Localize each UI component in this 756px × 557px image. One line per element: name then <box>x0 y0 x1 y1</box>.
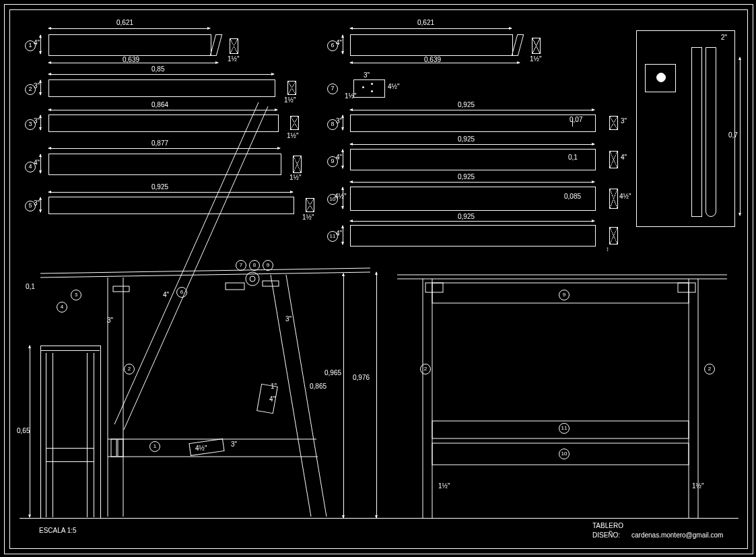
front-brace-w1: 3" <box>285 315 291 323</box>
svg-rect-28 <box>425 283 443 292</box>
detail-dim-h <box>740 57 741 216</box>
front-brace-h: 4½" <box>195 445 207 452</box>
part-10-section <box>609 189 618 209</box>
part-1-sec: 1½" <box>228 55 239 63</box>
front-dim3: 0,976 <box>353 374 370 381</box>
part-10-len: 0,925 <box>458 173 475 181</box>
detail-inner-1 <box>691 47 702 217</box>
front-co-9: 9 <box>263 260 273 271</box>
front-co-4: 4 <box>57 302 67 313</box>
side-elev-top <box>40 350 100 351</box>
elev-co-11: 11 <box>559 423 570 434</box>
side-elev-leg-l2 <box>53 353 53 517</box>
ground-line <box>20 518 738 519</box>
title-name: TABLERO <box>592 522 623 529</box>
svg-rect-12 <box>263 281 279 286</box>
part-6-len: 0,621 <box>417 19 434 26</box>
elev-co-10: 10 <box>559 449 570 459</box>
front-dim-965 <box>343 273 344 518</box>
front-dim2: 0,865 <box>310 383 327 390</box>
part-1-extra: 0,639 <box>123 56 139 63</box>
part8-notch <box>572 119 573 127</box>
svg-rect-10 <box>113 286 129 292</box>
part-2-len: 0,85 <box>151 65 164 73</box>
part-1-rect <box>48 34 211 56</box>
detail-box <box>636 30 735 227</box>
elev-co-9: 9 <box>559 290 570 300</box>
part-1-dim-h <box>40 35 41 54</box>
part-11-len: 0,925 <box>458 213 475 220</box>
side-elev-rail <box>46 448 94 449</box>
detail-h: 0,7 <box>728 131 738 139</box>
side-elev-outer <box>40 346 101 519</box>
part-6-dim-h <box>343 35 343 54</box>
svg-line-5 <box>286 275 327 517</box>
detail-cross <box>656 73 666 82</box>
part-6-section <box>532 38 541 54</box>
part-1-len: 0,621 <box>116 19 133 26</box>
side-elev-leg-l <box>46 353 46 517</box>
part-8-gap: 0,07 <box>570 116 582 123</box>
part-1-section <box>230 38 238 54</box>
svg-line-4 <box>271 275 311 517</box>
part-6-rect <box>350 34 513 56</box>
part-11-section <box>609 227 618 244</box>
part-6-dim-top <box>350 28 512 29</box>
part-9-gap: 0,1 <box>568 154 578 161</box>
front-leg-w: 3" <box>107 317 113 324</box>
part-8-sec: 3" <box>621 117 627 125</box>
side-h: 0,65 <box>17 427 30 434</box>
side-elev-leg-r2 <box>94 353 94 517</box>
design-label: DISEÑO: <box>592 531 620 539</box>
part-8-len: 0,925 <box>458 101 475 108</box>
front-co-1: 1 <box>149 441 160 452</box>
svg-rect-29 <box>678 283 695 292</box>
front-dim-h: 0,1 <box>26 283 35 290</box>
p7-detail-2 <box>371 83 373 85</box>
part-6-extra: 0,639 <box>424 56 441 63</box>
part-1-dim-top <box>48 28 210 29</box>
part-10-gap: 0,085 <box>564 193 581 200</box>
svg-rect-11 <box>226 283 244 290</box>
elev-co-2r: 2 <box>704 364 715 374</box>
svg-line-9 <box>124 106 268 430</box>
designer: cardenas.montero@gmail.com <box>631 531 723 539</box>
part-6-sec: 1½" <box>530 55 541 63</box>
svg-rect-18 <box>118 439 123 457</box>
elev-co-2l: 2 <box>420 364 431 374</box>
svg-rect-17 <box>111 439 116 457</box>
part-7-w: 3" <box>364 71 370 79</box>
front-dim-976 <box>376 272 377 518</box>
front-co-7: 7 <box>236 260 246 271</box>
side-elev-rail2 <box>46 461 94 462</box>
front-rail-h: 4" <box>163 291 169 298</box>
part-9-sec: 4" <box>621 154 627 161</box>
elev-leg-r: 1½" <box>692 482 703 490</box>
part-6-h: 4" <box>336 39 342 46</box>
front-co-8: 8 <box>249 260 260 271</box>
part-10-sec: 4½" <box>619 193 631 200</box>
front-hinge: 1" <box>271 383 277 390</box>
part-11-sec-arr: ↕ <box>606 245 609 253</box>
front-co-6: 6 <box>176 287 187 298</box>
front-co-3: 3 <box>71 290 81 300</box>
detail-inner-2 <box>706 47 716 217</box>
part-8-section <box>609 116 618 130</box>
side-elev-leg-r <box>87 353 88 517</box>
part-9-len: 0,925 <box>458 135 475 143</box>
part-9-section <box>609 151 618 168</box>
front-dim1: 0,965 <box>324 369 341 376</box>
svg-point-14 <box>250 276 255 282</box>
front-brace-w2: 3" <box>231 440 237 448</box>
elev-leg-l: 1½" <box>438 482 450 490</box>
part-1-h: 4" <box>34 39 40 46</box>
front-co-2: 2 <box>124 364 135 374</box>
detail-w: 2" <box>721 34 727 41</box>
scale-label: ESCALA 1:5 <box>39 527 77 534</box>
front-hinge2: 4" <box>269 395 275 403</box>
part-2-dim <box>48 74 274 75</box>
